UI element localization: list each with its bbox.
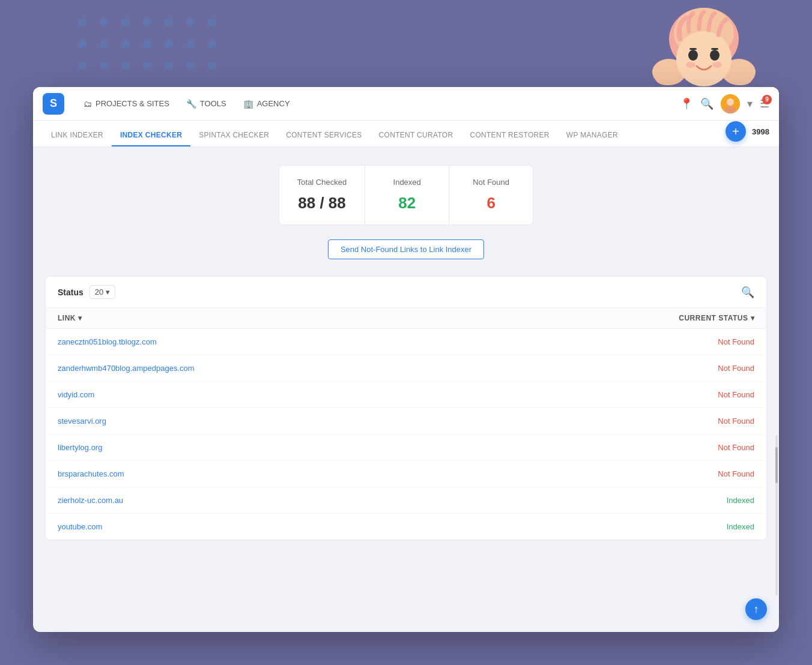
row-link[interactable]: zierholz-uc.com.au xyxy=(58,496,727,505)
header-right: 📍 🔍 ▾ ☰ 9 xyxy=(680,94,769,113)
projects-icon: 🗂 xyxy=(83,99,92,109)
tab-index-checker[interactable]: INDEX CHECKER xyxy=(112,126,190,146)
search-icon[interactable]: 🔍 xyxy=(700,97,714,110)
row-status: Not Found xyxy=(718,364,754,373)
table-row: zierholz-uc.com.au Indexed xyxy=(46,487,766,514)
sort-icon: ▾ xyxy=(78,314,82,322)
row-link[interactable]: zanderhwmb470blog.ampedpages.com xyxy=(58,364,718,373)
app-header: S 🗂 PROJECTS & SITES 🔧 TOOLS 🏢 AGENCY 📍 … xyxy=(33,87,779,121)
chevron-down-icon: ▾ xyxy=(106,287,110,296)
table-row: youtube.com Indexed xyxy=(46,514,766,540)
indexed-label: Indexed xyxy=(383,178,431,187)
location-icon[interactable]: 📍 xyxy=(680,97,693,110)
stats-row: Total Checked 88 / 88 Indexed 82 Not Fou… xyxy=(45,165,767,225)
row-status: Not Found xyxy=(718,390,754,399)
nav-tools[interactable]: 🔧 TOOLS xyxy=(179,95,234,112)
table-controls: Status 20 ▾ 🔍 xyxy=(46,277,766,308)
total-checked-value: 88 / 88 xyxy=(297,194,347,212)
decorative-dots xyxy=(78,18,221,74)
tools-icon: 🔧 xyxy=(186,99,196,109)
row-status: Not Found xyxy=(718,443,754,452)
table-row: stevesarvi.org Not Found xyxy=(46,408,766,435)
chevron-down-icon[interactable]: ▾ xyxy=(747,97,753,110)
status-label: Status xyxy=(58,287,83,297)
sort-icon: ▾ xyxy=(751,314,755,322)
svg-rect-7 xyxy=(689,48,697,50)
total-checked-card: Total Checked 88 / 88 xyxy=(279,165,365,225)
indexed-card: Indexed 82 xyxy=(365,165,449,225)
tab-bar-actions: + 3998 xyxy=(726,121,769,142)
status-column-header[interactable]: Current Status ▾ xyxy=(679,314,754,322)
row-link[interactable]: zanecztn051blog.tblogz.com xyxy=(58,337,718,346)
send-not-found-button[interactable]: Send Not-Found Links to Link Indexer xyxy=(328,239,484,259)
row-status: Indexed xyxy=(727,522,754,531)
avatar[interactable] xyxy=(721,94,740,113)
table-row: zanderhwmb470blog.ampedpages.com Not Fou… xyxy=(46,355,766,382)
tab-spintax-checker[interactable]: SPINTAX CHECKER xyxy=(190,126,277,146)
agency-icon: 🏢 xyxy=(243,99,253,109)
row-link[interactable]: youtube.com xyxy=(58,522,727,531)
link-column-header[interactable]: Link ▾ xyxy=(58,314,679,322)
table-row: libertylog.org Not Found xyxy=(46,435,766,461)
not-found-value: 6 xyxy=(467,194,515,212)
svg-point-9 xyxy=(686,62,695,68)
row-status: Not Found xyxy=(718,469,754,478)
add-button[interactable]: + xyxy=(726,121,746,142)
credit-count: 3998 xyxy=(752,127,769,136)
table-search-button[interactable]: 🔍 xyxy=(741,286,754,299)
table-row: vidyid.com Not Found xyxy=(46,382,766,408)
table-row: brsparachutes.com Not Found xyxy=(46,461,766,487)
per-page-selector[interactable]: 20 ▾ xyxy=(89,285,115,299)
results-table: Status 20 ▾ 🔍 Link ▾ Current Status ▾ xyxy=(45,276,767,540)
row-link[interactable]: libertylog.org xyxy=(58,443,718,452)
svg-point-10 xyxy=(712,62,722,68)
row-link[interactable]: stevesarvi.org xyxy=(58,417,718,426)
svg-point-6 xyxy=(710,50,720,61)
table-body: zanecztn051blog.tblogz.com Not Found zan… xyxy=(46,329,766,540)
svg-point-12 xyxy=(729,68,753,85)
svg-point-11 xyxy=(655,68,679,85)
row-link[interactable]: brsparachutes.com xyxy=(58,469,718,478)
tab-bar: LINK INDEXER INDEX CHECKER SPINTAX CHECK… xyxy=(33,121,779,147)
tab-wp-manager[interactable]: WP MANAGER xyxy=(558,126,626,146)
indexed-value: 82 xyxy=(383,194,431,212)
main-nav: 🗂 PROJECTS & SITES 🔧 TOOLS 🏢 AGENCY xyxy=(76,95,680,112)
column-headers: Link ▾ Current Status ▾ xyxy=(46,308,766,329)
scrollbar-thumb[interactable] xyxy=(775,447,778,483)
row-status: Not Found xyxy=(718,337,754,346)
tab-link-indexer[interactable]: LINK INDEXER xyxy=(43,126,112,146)
tab-content-curator[interactable]: CONTENT CURATOR xyxy=(371,126,462,146)
total-checked-label: Total Checked xyxy=(297,178,347,187)
svg-rect-8 xyxy=(711,48,718,50)
row-status: Not Found xyxy=(718,417,754,426)
svg-point-14 xyxy=(727,98,734,106)
notification-badge: 9 xyxy=(762,95,772,104)
not-found-card: Not Found 6 xyxy=(449,165,533,225)
table-row: zanecztn051blog.tblogz.com Not Found xyxy=(46,329,766,355)
notification-button[interactable]: ☰ 9 xyxy=(760,97,769,110)
nav-agency[interactable]: 🏢 AGENCY xyxy=(236,95,297,112)
scrollbar-track xyxy=(775,435,778,596)
row-link[interactable]: vidyid.com xyxy=(58,390,718,399)
send-button-row: Send Not-Found Links to Link Indexer xyxy=(45,239,767,259)
row-status: Indexed xyxy=(727,496,754,505)
main-content: Total Checked 88 / 88 Indexed 82 Not Fou… xyxy=(33,147,779,632)
logo[interactable]: S xyxy=(43,93,64,115)
app-window: S 🗂 PROJECTS & SITES 🔧 TOOLS 🏢 AGENCY 📍 … xyxy=(33,87,779,632)
svg-point-4 xyxy=(676,31,732,86)
not-found-label: Not Found xyxy=(467,178,515,187)
svg-point-5 xyxy=(688,50,698,61)
tab-content-services[interactable]: CONTENT SERVICES xyxy=(277,126,370,146)
scroll-to-top-button[interactable]: ↑ xyxy=(745,598,767,620)
nav-projects-sites[interactable]: 🗂 PROJECTS & SITES xyxy=(76,95,177,112)
tab-content-restorer[interactable]: CONTENT RESTORER xyxy=(461,126,557,146)
